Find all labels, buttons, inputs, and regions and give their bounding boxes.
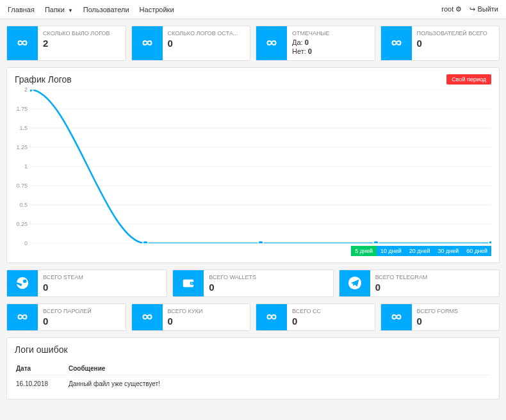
content: СКОЛЬКО БЫЛО ЛОГОВ 2 СКОЛЬКО ЛОГОВ ОСТА.… xyxy=(0,19,506,406)
infinity-icon xyxy=(381,304,412,330)
svg-point-11 xyxy=(258,241,263,243)
y-tick-label: 0 xyxy=(24,240,28,246)
stat-value: 0 xyxy=(168,38,245,49)
stat-logs-remaining: СКОЛЬКО ЛОГОВ ОСТА... 0 xyxy=(131,26,251,61)
chart-area: 21.751.51.2510.750.50.250 xyxy=(30,90,491,243)
custom-period-button[interactable]: Свой период xyxy=(446,74,491,85)
error-logs-title: Логи ошибок xyxy=(15,344,491,355)
stat-title: СКОЛЬКО БЫЛО ЛОГОВ xyxy=(43,30,120,36)
svg-point-20 xyxy=(192,283,193,284)
line-chart xyxy=(30,90,491,243)
top-stats-row: СКОЛЬКО БЫЛО ЛОГОВ 2 СКОЛЬКО ЛОГОВ ОСТА.… xyxy=(6,26,500,61)
y-tick-label: 0.75 xyxy=(16,182,28,189)
period-20d[interactable]: 20 дней xyxy=(405,246,434,256)
steam-icon xyxy=(7,270,38,296)
user-menu[interactable]: root ⚙ xyxy=(441,5,462,13)
username: root xyxy=(441,5,453,13)
period-60d[interactable]: 60 дней xyxy=(462,246,491,256)
y-tick-label: 1.5 xyxy=(19,125,28,131)
log-header-message: Сообщение xyxy=(69,362,490,375)
logout-icon: ↪ xyxy=(469,5,475,13)
telegram-icon xyxy=(339,270,370,296)
stat-total-logs: СКОЛЬКО БЫЛО ЛОГОВ 2 xyxy=(6,26,126,61)
stat-steam: ВСЕГО STEAM 0 xyxy=(6,270,167,297)
nav-folders[interactable]: Папки ▼ xyxy=(45,6,73,13)
logout-label: Выйти xyxy=(477,5,498,13)
stat-value: 0 xyxy=(292,316,370,327)
log-date: 16.10.2018 xyxy=(16,376,67,391)
period-10d[interactable]: 10 дней xyxy=(377,246,405,256)
stat-value: 0 xyxy=(417,38,494,49)
stat-title: ВСЕГО FORMS xyxy=(417,308,494,314)
infinity-icon xyxy=(132,304,163,330)
svg-point-10 xyxy=(143,241,148,243)
stat-telegram: ВСЕГО TELEGRAM 0 xyxy=(339,270,500,297)
stat-wallets: ВСЕГО WALLETS 0 xyxy=(172,270,333,297)
stat-forms: ВСЕГО FORMS 0 xyxy=(380,303,500,331)
infinity-icon xyxy=(256,304,287,330)
infinity-icon xyxy=(381,26,412,60)
stat-title: ВСЕГО КУКИ xyxy=(168,308,245,314)
stat-title: ОТМЕЧАНЫЕ xyxy=(292,30,370,36)
stat-title: ПОЛЬЗОВАТЕЛЕЙ ВСЕГО xyxy=(417,30,494,36)
stat-cookies: ВСЕГО КУКИ 0 xyxy=(131,303,251,331)
chart-title: График Логов xyxy=(15,74,72,85)
y-tick-label: 1 xyxy=(24,163,28,170)
stat-title: ВСЕГО ПАРОЛЕЙ xyxy=(43,308,120,314)
y-tick-label: 1.25 xyxy=(16,144,28,150)
y-tick-label: 1.75 xyxy=(16,106,28,112)
table-row: 16.10.2018Данный файл уже существует! xyxy=(16,376,490,391)
y-tick-label: 0.5 xyxy=(19,202,28,208)
stat-marked: ОТМЕЧАНЫЕ Да: 0 Нет: 0 xyxy=(256,26,375,61)
stat-value: Да: 0 Нет: 0 xyxy=(292,38,370,56)
stat-title: ВСЕГО CC xyxy=(292,308,370,314)
y-tick-label: 0.25 xyxy=(16,221,28,227)
infinity-icon xyxy=(132,26,163,60)
stat-cc: ВСЕГО CC 0 xyxy=(256,303,375,331)
stat-passwords: ВСЕГО ПАРОЛЕЙ 0 xyxy=(6,303,126,331)
navbar: Главная Папки ▼ Пользователи Настройки r… xyxy=(0,0,506,19)
y-tick-label: 2 xyxy=(24,86,28,93)
error-logs-table: Дата Сообщение 16.10.2018Данный файл уже… xyxy=(15,361,491,392)
nav-home[interactable]: Главная xyxy=(8,6,35,13)
logout-button[interactable]: ↪ Выйти xyxy=(469,5,498,13)
infinity-icon xyxy=(7,304,38,330)
mid-stats-row: ВСЕГО STEAM 0 ВСЕГО WALLETS 0 ВСЕГО TELE… xyxy=(6,270,500,297)
nav-settings[interactable]: Настройки xyxy=(140,6,174,13)
stat-value: 0 xyxy=(209,282,327,293)
svg-point-15 xyxy=(23,280,26,284)
period-5d[interactable]: 5 дней xyxy=(351,246,377,256)
stat-value: 0 xyxy=(168,316,245,327)
stat-title: СКОЛЬКО ЛОГОВ ОСТА... xyxy=(168,30,245,36)
caret-down-icon: ▼ xyxy=(68,8,73,13)
stat-total-users: ПОЛЬЗОВАТЕЛЕЙ ВСЕГО 0 xyxy=(380,26,500,61)
log-header-date: Дата xyxy=(16,362,67,375)
stat-title: ВСЕГО TELEGRAM xyxy=(375,274,494,280)
y-axis-labels: 21.751.51.2510.750.50.250 xyxy=(15,90,28,243)
nav-users[interactable]: Пользователи xyxy=(83,6,129,13)
infinity-icon xyxy=(256,26,287,60)
svg-point-12 xyxy=(373,241,379,243)
wallet-icon xyxy=(173,270,204,296)
stat-value: 2 xyxy=(43,38,120,49)
period-selector: 5 дней 10 дней 20 дней 30 дней 60 дней xyxy=(15,246,491,256)
stat-title: ВСЕГО STEAM xyxy=(43,274,161,280)
nav-right: root ⚙ ↪ Выйти xyxy=(441,5,498,13)
stat-value: 0 xyxy=(417,316,494,327)
stat-value: 0 xyxy=(43,316,120,327)
svg-point-13 xyxy=(489,241,491,243)
infinity-icon xyxy=(7,26,38,60)
period-30d[interactable]: 30 дней xyxy=(434,246,462,256)
nav-folders-label: Папки xyxy=(45,6,65,13)
gear-icon: ⚙ xyxy=(455,5,462,13)
stat-title: ВСЕГО WALLETS xyxy=(209,274,327,280)
log-message: Данный файл уже существует! xyxy=(69,376,490,391)
stat-value: 0 xyxy=(375,282,494,293)
error-logs-panel: Логи ошибок Дата Сообщение 16.10.2018Дан… xyxy=(6,337,500,400)
bottom-stats-row: ВСЕГО ПАРОЛЕЙ 0 ВСЕГО КУКИ 0 ВСЕГО CC 0 … xyxy=(6,303,500,331)
svg-point-9 xyxy=(30,90,33,92)
stat-value: 0 xyxy=(43,282,161,293)
nav-left: Главная Папки ▼ Пользователи Настройки xyxy=(8,6,174,13)
chart-panel: График Логов Свой период 21.751.51.2510.… xyxy=(6,67,500,263)
